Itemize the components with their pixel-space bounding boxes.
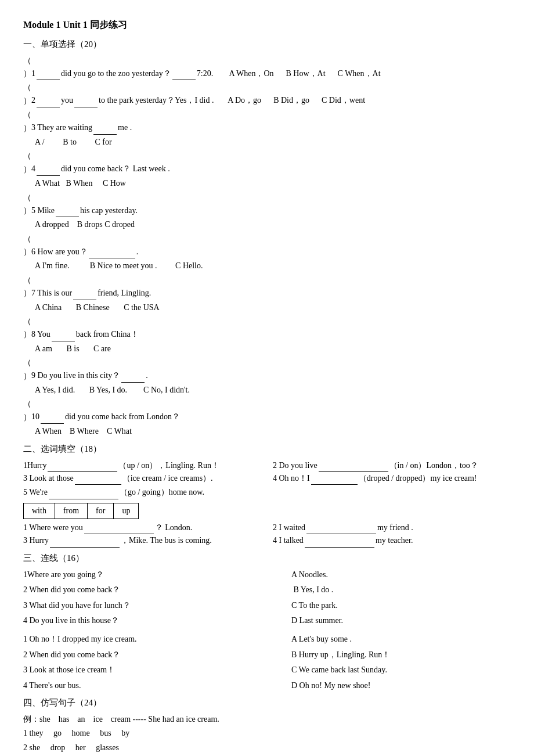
- title: Module 1 Unit 1 同步练习: [23, 17, 511, 33]
- q9-options: A Yes, I did. B Yes, I do. C No, I didn'…: [23, 384, 511, 397]
- q4-row: （ ）4did you come back？ Last week .: [23, 150, 511, 176]
- section2-q5: 5 We're（go / going）home now.: [23, 486, 511, 499]
- q2-row: （ ）2youto the park yesterday？Yes，I did .…: [23, 81, 511, 107]
- section3-header: 三、连线（16）: [23, 551, 511, 565]
- q1-row: （ ）1did you go to the zoo yesterday？7:20…: [23, 55, 511, 81]
- q9-row: （ ）9 Do you live in this city？.: [23, 357, 511, 383]
- section2-part2: 3 Look at those（ice cream / ice creams）.…: [23, 472, 511, 485]
- q8-options: A am B is C are: [23, 343, 511, 355]
- q5-options: A dropped B drops C droped: [23, 218, 511, 231]
- section2-part3: 1 Where were you？ London. 2 I waitedmy f…: [23, 521, 511, 534]
- section2-part1: 1Hurry（up / on），Lingling. Run！ 2 Do you …: [23, 459, 511, 472]
- q10-options: A When B Where C What: [23, 425, 511, 438]
- section4-q1: 1 they go home bus by: [23, 727, 511, 740]
- section4-q2: 2 she drop her glasses: [23, 741, 511, 754]
- section2-part4: 3 Hurry，Mike. The bus is coming. 4 I tal…: [23, 534, 511, 547]
- q7-options: A China B Chinese C the USA: [23, 301, 511, 314]
- section4-header: 四、仿写句子（24）: [23, 696, 511, 710]
- q10-row: （ ）10did you come back from London？: [23, 398, 511, 424]
- q3-options: A / B to C for: [23, 136, 511, 149]
- section4-example: 例：she has an ice cream ----- She had an …: [23, 713, 511, 726]
- q4-options: A What B When C How: [23, 177, 511, 190]
- q7-row: （ ）7 This is ourfriend, Lingling.: [23, 274, 511, 300]
- section3-match2: 1 Oh no！I dropped my ice cream. A Let's …: [23, 633, 511, 692]
- section2-word-box: with from for up: [23, 503, 139, 519]
- q6-row: （ ）6 How are you？.: [23, 233, 511, 259]
- section2-header: 二、选词填空（18）: [23, 442, 511, 456]
- q3-row: （ ）3 They are waitingme .: [23, 109, 511, 135]
- q5-row: （ ）5 Mikehis cap yesterday.: [23, 192, 511, 218]
- q8-row: （ ）8 Youback from China！: [23, 315, 511, 341]
- section3-match1: 1Where are you going？ A Noodles. 2 When …: [23, 568, 511, 628]
- q6-options: A I'm fine. B Nice to meet you . C Hello…: [23, 260, 511, 272]
- section1-header: 一、单项选择（20）: [23, 37, 511, 51]
